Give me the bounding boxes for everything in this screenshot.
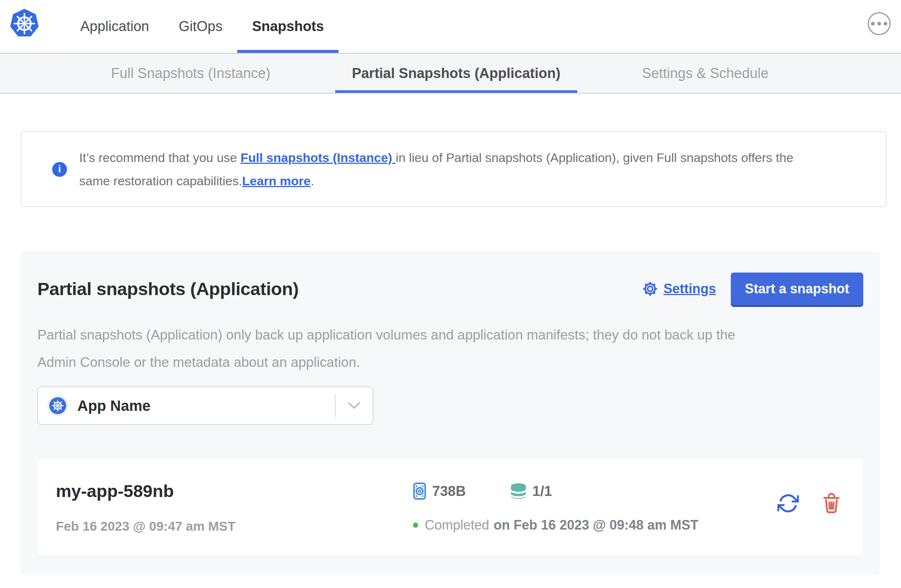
snapshot-details: 738B 1/1 Completed on Feb 16 2023 @ 09:4…: [413, 482, 698, 555]
full-snapshots-link[interactable]: Full snapshots (Instance): [240, 151, 396, 165]
info-banner-text: It’s recommend that you use Full snapsho…: [79, 146, 804, 193]
snapshot-size: 738B: [432, 483, 466, 499]
tab-snapshots[interactable]: Snapshots: [237, 0, 338, 53]
database-icon: [510, 482, 527, 499]
disk-icon: [413, 482, 426, 500]
panel-header: Partial snapshots (Application): [37, 272, 863, 305]
settings-label: Settings: [664, 281, 716, 297]
snapshot-completed-timestamp: on Feb 16 2023 @ 09:48 am MST: [494, 517, 698, 533]
app-selector-value: App Name: [77, 398, 151, 414]
snapshot-size-stat: 738B: [413, 482, 466, 500]
top-navbar: Application GitOps Snapshots: [0, 0, 901, 53]
learn-more-link[interactable]: Learn more: [242, 174, 310, 188]
kubernetes-logo[interactable]: [9, 8, 40, 39]
info-banner: i It’s recommend that you use Full snaps…: [21, 131, 887, 207]
info-icon: i: [52, 162, 67, 177]
snapshot-row: my-app-589nb Feb 16 2023 @ 09:47 am MST: [37, 459, 863, 555]
subtab-full-snapshots[interactable]: Full Snapshots (Instance): [94, 54, 287, 93]
banner-text-after: .: [311, 174, 314, 188]
snapshot-status-row: Completed on Feb 16 2023 @ 09:48 am MST: [413, 517, 698, 533]
snapshot-stats: 738B 1/1: [413, 482, 698, 500]
start-snapshot-button[interactable]: Start a snapshot: [731, 272, 863, 305]
panel-description: Partial snapshots (Application) only bac…: [37, 321, 737, 376]
ellipsis-menu-button[interactable]: [868, 12, 891, 35]
snapshot-actions: [778, 492, 841, 515]
tab-gitops[interactable]: GitOps: [164, 0, 237, 53]
restore-icon: [778, 493, 799, 514]
snapshot-started-timestamp: Feb 16 2023 @ 09:47 am MST: [56, 519, 413, 534]
gear-icon: [642, 281, 658, 297]
snapshot-settings-link[interactable]: Settings: [642, 281, 716, 297]
trash-icon: [822, 493, 841, 514]
subtab-settings-schedule[interactable]: Settings & Schedule: [625, 54, 785, 93]
partial-snapshots-panel: Partial snapshots (Application): [21, 251, 880, 575]
top-nav-tabs: Application GitOps Snapshots: [65, 0, 338, 53]
tab-application[interactable]: Application: [65, 0, 164, 53]
banner-text-before: It’s recommend that you use: [79, 151, 240, 165]
ellipsis-icon: [871, 22, 875, 25]
snapshot-volumes: 1/1: [532, 483, 552, 499]
snapshot-name: my-app-589nb: [56, 482, 413, 500]
snapshots-subnav: Full Snapshots (Instance) Partial Snapsh…: [0, 53, 901, 93]
status-dot-icon: [413, 523, 418, 528]
app-name-selector[interactable]: App Name: [37, 386, 373, 425]
snapshot-volumes-stat: 1/1: [510, 482, 552, 499]
header-actions: Settings Start a snapshot: [642, 272, 863, 305]
kubernetes-icon: [49, 397, 66, 414]
status-badge: Completed: [425, 517, 489, 533]
restore-snapshot-button[interactable]: [778, 493, 799, 514]
delete-snapshot-button[interactable]: [822, 493, 841, 514]
chevron-down-icon[interactable]: [336, 401, 373, 410]
subtab-partial-snapshots[interactable]: Partial Snapshots (Application): [335, 54, 577, 93]
page-title: Partial snapshots (Application): [37, 278, 299, 299]
snapshot-identity: my-app-589nb Feb 16 2023 @ 09:47 am MST: [56, 482, 413, 555]
